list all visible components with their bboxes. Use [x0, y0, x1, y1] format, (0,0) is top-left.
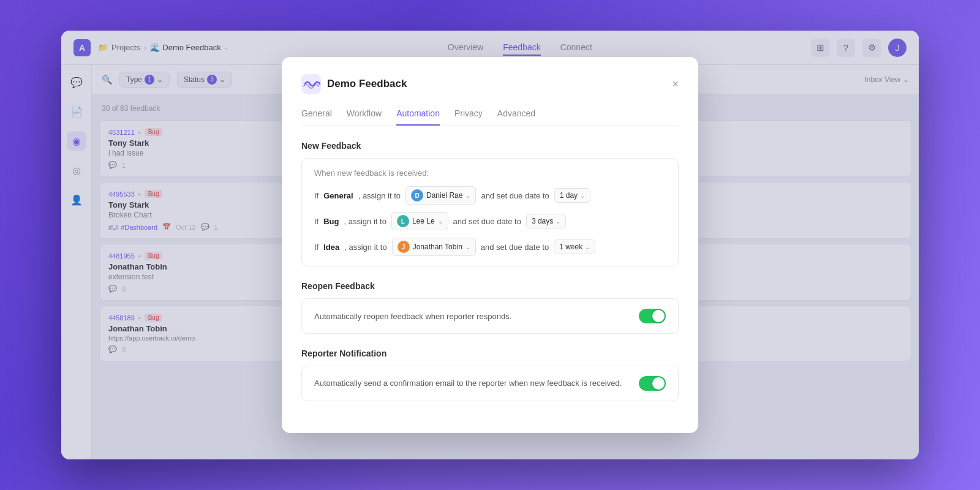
assignee-name-jonathan: Jonathan Tobin [413, 243, 462, 251]
reopen-toggle-row: Automatically reopen feedback when repor… [314, 309, 666, 323]
assignee-name-lee: Lee Le [412, 217, 435, 225]
reporter-toggle[interactable] [639, 376, 666, 391]
due-value-idea: 1 week [559, 243, 582, 251]
tab-automation[interactable]: Automation [396, 108, 440, 126]
rule-prefix-0: If [314, 191, 318, 200]
dropdown-arrow: ⌄ [438, 218, 443, 225]
rule-middle-2: , assign it to [344, 243, 386, 252]
reporter-notification-title: Reporter Notification [301, 349, 679, 358]
due-select-idea[interactable]: 1 week ⌄ [554, 239, 595, 254]
modal-title-area: Demo Feedback [301, 74, 407, 94]
settings-modal: Demo Feedback × General Workflow Automat… [282, 57, 698, 433]
reopen-toggle[interactable] [639, 309, 666, 323]
rule-middle-1: , assign it to [344, 217, 386, 226]
dropdown-arrow: ⌄ [466, 244, 470, 251]
assignee-avatar-lee: L [397, 215, 409, 227]
reporter-notification-box: Automatically send a confirmation email … [301, 366, 679, 401]
tab-privacy[interactable]: Privacy [454, 108, 483, 126]
new-feedback-desc: When new feedback is received: [314, 168, 666, 178]
dropdown-arrow: ⌄ [580, 192, 585, 199]
tab-workflow[interactable]: Workflow [347, 108, 382, 126]
toggle-knob [652, 377, 665, 390]
assignee-select-general[interactable]: D Daniel Rae ⌄ [405, 186, 476, 205]
rule-middle-0: , assign it to [358, 191, 401, 200]
tab-general[interactable]: General [301, 108, 332, 126]
rule-suffix-2: and set due date to [481, 243, 549, 252]
reporter-notification-section: Reporter Notification Automatically send… [301, 349, 679, 401]
toggle-knob [652, 310, 665, 322]
rule-keyword-general: General [323, 191, 353, 200]
rule-suffix-1: and set due date to [453, 217, 521, 226]
tab-advanced[interactable]: Advanced [497, 108, 535, 126]
reporter-toggle-row: Automatically send a confirmation email … [314, 376, 666, 391]
modal-header: Demo Feedback × [301, 74, 679, 94]
rule-prefix-1: If [314, 217, 318, 226]
due-value-bug: 3 days [532, 217, 553, 225]
rule-suffix-0: and set due date to [481, 191, 549, 200]
reporter-toggle-label: Automatically send a confirmation email … [314, 377, 622, 390]
modal-overlay: Demo Feedback × General Workflow Automat… [61, 31, 919, 459]
dropdown-arrow: ⌄ [585, 244, 590, 251]
rule-general: If General , assign it to D Daniel Rae ⌄… [314, 186, 666, 205]
modal-tabs: General Workflow Automation Privacy Adva… [301, 108, 679, 126]
rule-bug: If Bug , assign it to L Lee Le ⌄ and set… [314, 212, 666, 230]
dropdown-arrow: ⌄ [556, 218, 560, 225]
rule-keyword-bug: Bug [323, 217, 339, 226]
modal-title: Demo Feedback [327, 78, 407, 90]
due-value-general: 1 day [560, 191, 578, 200]
rule-idea: If Idea , assign it to J Jonathan Tobin … [314, 238, 666, 256]
wave-icon [301, 74, 321, 94]
new-feedback-box: When new feedback is received: If Genera… [301, 158, 679, 266]
assignee-name-daniel: Daniel Rae [426, 191, 462, 200]
reopen-feedback-title: Reopen Feedback [301, 281, 679, 291]
reopen-feedback-box: Automatically reopen feedback when repor… [301, 298, 679, 334]
rule-prefix-2: If [314, 243, 318, 252]
reopen-feedback-section: Reopen Feedback Automatically reopen fee… [301, 281, 679, 334]
reopen-toggle-label: Automatically reopen feedback when repor… [314, 312, 511, 321]
assignee-avatar-daniel: D [411, 189, 423, 202]
assignee-select-bug[interactable]: L Lee Le ⌄ [391, 212, 448, 230]
due-select-general[interactable]: 1 day ⌄ [554, 188, 590, 203]
new-feedback-title: New Feedback [301, 141, 679, 151]
new-feedback-section: New Feedback When new feedback is receiv… [301, 141, 679, 266]
dropdown-arrow: ⌄ [466, 192, 470, 199]
modal-close-button[interactable]: × [672, 78, 679, 89]
rule-keyword-idea: Idea [323, 243, 339, 252]
assignee-select-idea[interactable]: J Jonathan Tobin ⌄ [392, 238, 476, 256]
due-select-bug[interactable]: 3 days ⌄ [526, 214, 566, 228]
assignee-avatar-jonathan: J [398, 241, 410, 253]
